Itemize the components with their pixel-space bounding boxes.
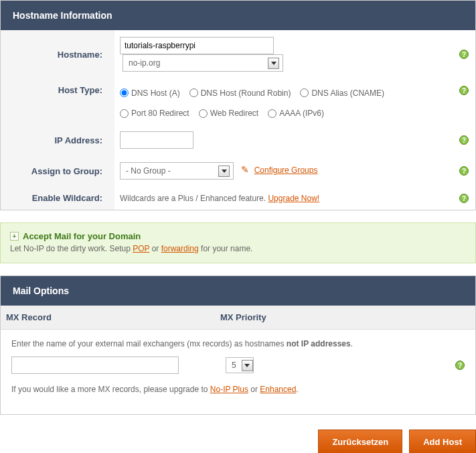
domain-select[interactable]: no-ip.org [123, 54, 283, 72]
chevron-down-icon [218, 166, 230, 177]
label-wildcard: Enable Wildcard: [1, 186, 114, 210]
pencil-icon: ✎ [241, 164, 249, 175]
hostname-form-table: Hostname: no-ip.org ? Host Type: DNS Hos… [1, 30, 475, 210]
reset-button[interactable]: Zurücksetzen [318, 430, 402, 453]
hostname-input[interactable] [120, 37, 274, 54]
radio-dns-a[interactable] [120, 88, 129, 97]
mail-subheader-table: MX Record MX Priority [1, 306, 475, 330]
enhanced-link[interactable]: Enhanced [260, 385, 296, 394]
help-icon[interactable]: ? [459, 194, 469, 203]
radio-dns-rr[interactable] [189, 88, 198, 97]
accept-mail-notice: + Accept Mail for your Domain Let No-IP … [0, 222, 476, 263]
mx-priority-value: 5 [226, 361, 242, 370]
help-icon[interactable]: ? [459, 166, 469, 176]
hosttype-row1: DNS Host (A) DNS Host (Round Robin) DNS … [120, 88, 426, 98]
domain-select-value: no-ip.org [129, 58, 160, 68]
label-ipaddress: IP Address: [1, 125, 114, 155]
help-icon[interactable]: ? [459, 135, 469, 145]
radio-dns-cname[interactable] [300, 88, 309, 97]
notice-body: Let No-IP do the dirty work. Setup POP o… [10, 244, 466, 253]
label-hosttype: Host Type: [1, 78, 114, 102]
mail-options-header: Mail Options [1, 276, 475, 306]
mx-instruction: Enter the name of your external mail exc… [11, 339, 465, 348]
configure-groups-link[interactable]: Configure Groups [254, 166, 318, 175]
wildcard-text: Wildcards are a Plus / Enhanced feature. [120, 194, 268, 203]
mx-priority-select[interactable]: 5 [226, 357, 254, 373]
radio-webredirect[interactable] [199, 109, 208, 118]
label-assigngroup: Assign to Group: [1, 155, 114, 186]
help-icon[interactable]: ? [459, 50, 469, 59]
mx-more-text: If you would like a more MX records, ple… [11, 385, 465, 394]
mail-body: Enter the name of your external mail exc… [1, 330, 475, 414]
radio-aaaa[interactable] [268, 109, 276, 118]
col-mx-priority: MX Priority [215, 306, 453, 330]
help-icon[interactable]: ? [459, 86, 469, 95]
forwarding-link[interactable]: forwarding [161, 244, 199, 253]
pop-link[interactable]: POP [133, 244, 149, 253]
col-mx-record: MX Record [1, 306, 215, 330]
radio-port80[interactable] [120, 109, 129, 118]
add-host-button[interactable]: Add Host [409, 430, 476, 453]
notice-title: Accept Mail for your Domain [23, 231, 141, 241]
chevron-down-icon [242, 360, 253, 371]
hostname-info-header: Hostname Information [1, 1, 475, 30]
action-bar: Zurücksetzen Add Host [0, 427, 476, 453]
mail-options-panel: Mail Options MX Record MX Priority Enter… [0, 275, 476, 415]
help-icon[interactable]: ? [455, 361, 465, 370]
hostname-info-panel: Hostname Information Hostname: no-ip.org… [0, 0, 476, 210]
mx-record-input[interactable] [11, 357, 179, 374]
hosttype-row2: Port 80 Redirect Web Redirect AAAA (IPv6… [120, 109, 426, 118]
noip-plus-link[interactable]: No-IP Plus [210, 385, 248, 394]
label-hostname: Hostname: [1, 30, 114, 78]
group-select-value: - No Group - [126, 166, 171, 176]
expand-icon[interactable]: + [10, 232, 19, 241]
group-select[interactable]: - No Group - [120, 162, 234, 180]
upgrade-now-link[interactable]: Upgrade Now! [268, 194, 319, 203]
chevron-down-icon [268, 58, 279, 69]
ip-input[interactable] [120, 131, 193, 149]
